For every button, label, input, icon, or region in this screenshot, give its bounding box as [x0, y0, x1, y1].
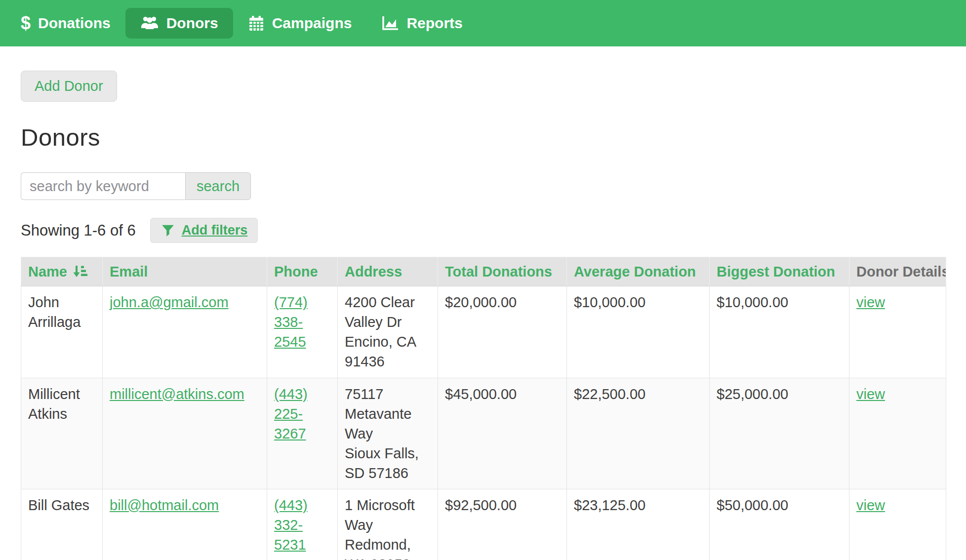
donor-average-donation: $23,125.00: [567, 489, 710, 560]
nav-label-reports: Reports: [406, 15, 462, 32]
column-header-name[interactable]: Name: [21, 257, 103, 286]
donor-biggest-donation: $50,000.00: [710, 489, 849, 560]
view-donor-link[interactable]: view: [856, 497, 885, 513]
column-header-total-donations[interactable]: Total Donations: [438, 257, 567, 286]
nav-label-donations: Donations: [38, 15, 111, 32]
nav-item-campaigns[interactable]: Campaigns: [233, 8, 367, 39]
add-donor-button[interactable]: Add Donor: [21, 71, 117, 102]
donor-average-donation: $10,000.00: [567, 286, 710, 378]
donor-email-link[interactable]: bill@hotmail.com: [110, 497, 219, 513]
address-line-2: Sioux Falls, SD 57186: [345, 443, 431, 483]
donor-email-link[interactable]: millicent@atkins.com: [110, 386, 244, 402]
add-filters-label: Add filters: [182, 223, 248, 238]
donor-phone-link[interactable]: (443) 225-3267: [274, 386, 308, 441]
donor-email-link[interactable]: john.a@gmail.com: [110, 294, 229, 310]
column-header-name-label: Name: [28, 264, 67, 279]
donor-phone-link[interactable]: (443) 332-5231: [274, 497, 308, 553]
address-line-2: Redmond, WA 98052: [345, 535, 431, 560]
results-count-text: Showing 1-6 of 6: [21, 222, 136, 240]
page-title: Donors: [21, 123, 945, 151]
funnel-icon: [161, 223, 175, 238]
column-header-donor-details: Donor Details: [849, 257, 946, 286]
column-header-average-donation[interactable]: Average Donation: [567, 257, 710, 286]
nav-item-donors[interactable]: Donors: [125, 8, 233, 39]
donor-name: John Arrillaga: [21, 286, 103, 378]
sort-amount-icon: [73, 265, 87, 279]
address-line-1: 1 Microsoft Way: [345, 495, 431, 535]
table-row: Millicent Atkins millicent@atkins.com (4…: [21, 378, 946, 489]
nav-item-donations[interactable]: $ Donations: [6, 8, 125, 39]
nav-label-donors: Donors: [166, 15, 218, 32]
donor-name: Bill Gates: [21, 489, 103, 560]
dollar-icon: $: [21, 14, 31, 32]
page-content: Add Donor Donors search Showing 1-6 of 6…: [0, 46, 966, 560]
donor-address: 75117 Metavante Way Sioux Falls, SD 5718…: [338, 378, 438, 489]
column-header-email[interactable]: Email: [103, 257, 267, 286]
donor-biggest-donation: $10,000.00: [710, 286, 849, 378]
donor-total-donations: $20,000.00: [438, 286, 567, 378]
results-summary-row: Showing 1-6 of 6 Add filters: [21, 218, 945, 243]
view-donor-link[interactable]: view: [856, 294, 885, 310]
area-chart-icon: [381, 15, 399, 31]
donors-table: Name: [21, 257, 946, 560]
address-line-1: 75117 Metavante Way: [345, 384, 431, 443]
address-line-1: 4200 Clear Valley Dr: [345, 292, 431, 332]
nav-label-campaigns: Campaigns: [272, 15, 352, 32]
donor-name: Millicent Atkins: [21, 378, 103, 489]
column-header-phone[interactable]: Phone: [267, 257, 338, 286]
table-header-row: Name: [21, 257, 946, 286]
donor-phone-link[interactable]: (774) 338-2545: [274, 294, 308, 350]
nav-item-reports[interactable]: Reports: [366, 8, 477, 39]
search-input[interactable]: [21, 172, 185, 200]
add-filters-button[interactable]: Add filters: [150, 218, 258, 243]
column-header-address[interactable]: Address: [338, 257, 438, 286]
donor-total-donations: $92,500.00: [438, 489, 567, 560]
donor-biggest-donation: $25,000.00: [710, 378, 849, 489]
donor-app-screen: $ Donations Donors: [0, 0, 966, 560]
table-row: John Arrillaga john.a@gmail.com (774) 33…: [21, 286, 946, 378]
address-line-2: Encino, CA 91436: [345, 332, 431, 371]
donor-average-donation: $22,500.00: [567, 378, 710, 489]
column-header-biggest-donation[interactable]: Biggest Donation: [710, 257, 849, 286]
calendar-icon: [248, 15, 265, 32]
donor-address: 1 Microsoft Way Redmond, WA 98052: [338, 489, 438, 560]
donor-address: 4200 Clear Valley Dr Encino, CA 91436: [338, 286, 438, 378]
view-donor-link[interactable]: view: [856, 386, 885, 402]
search-button[interactable]: search: [185, 172, 251, 200]
donor-total-donations: $45,000.00: [438, 378, 567, 489]
search-bar: search: [21, 172, 945, 200]
table-row: Bill Gates bill@hotmail.com (443) 332-52…: [21, 489, 946, 560]
main-navbar: $ Donations Donors: [0, 0, 966, 46]
users-icon: [140, 15, 159, 31]
